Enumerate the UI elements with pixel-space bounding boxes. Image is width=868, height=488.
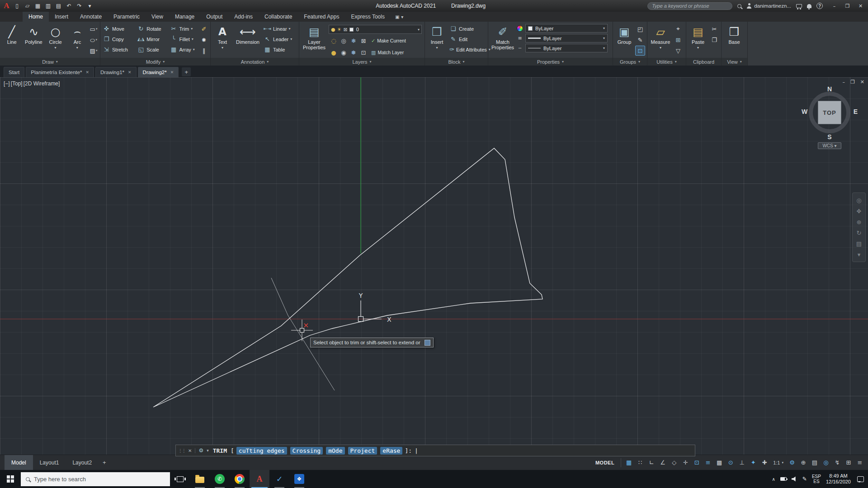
chrome-button[interactable] xyxy=(230,470,250,488)
leader-button[interactable]: ↖Leader▾ xyxy=(263,34,297,44)
battery-icon[interactable] xyxy=(780,477,787,481)
edit-block-button[interactable]: ✎Edit xyxy=(448,34,486,44)
tray-expand-icon[interactable]: ∧ xyxy=(772,477,775,482)
file-tab-drawing2[interactable]: Drawing2*✕ xyxy=(138,67,179,77)
layer-dropdown[interactable]: ● ☀ ⊠ 0 ▾ xyxy=(329,25,422,34)
recent-commands-icon[interactable]: ▾ xyxy=(207,448,213,453)
table-button[interactable]: ▦Table xyxy=(263,45,297,54)
photos-app-button[interactable]: ❖ xyxy=(289,470,309,488)
dimension-button[interactable]: ⟷ Dimension xyxy=(234,23,262,58)
scale-button[interactable]: ◱Scale xyxy=(136,45,168,54)
annotation-scale-button[interactable]: 1:1▾ xyxy=(770,457,786,468)
speaker-icon[interactable] xyxy=(792,476,797,482)
quick-calculator-button[interactable]: ⊞ xyxy=(673,35,683,45)
polyline-button[interactable]: ∿ Polyline xyxy=(23,23,44,58)
status-snap-mode-button[interactable]: ∷ xyxy=(635,457,646,468)
hatch-button[interactable]: ▨▾ xyxy=(89,46,99,56)
linetype-dropdown[interactable]: ByLayer ▾ xyxy=(525,44,608,52)
compass-north[interactable]: N xyxy=(827,85,832,93)
stretch-button[interactable]: ⇲Stretch xyxy=(102,45,135,54)
command-grip[interactable]: ⋮⋮ xyxy=(176,448,187,453)
explode-button[interactable]: ✸ xyxy=(199,35,209,45)
status-selection-cycling-button[interactable]: ⊙ xyxy=(725,457,736,468)
layer-thaw-button[interactable]: ❅ xyxy=(349,47,359,57)
rotate-button[interactable]: ↻Rotate xyxy=(136,24,168,33)
doc-close-button[interactable]: ✕ xyxy=(860,79,864,85)
taskbar-clock[interactable]: 8:49 AM 12/16/2020 xyxy=(826,473,851,485)
save-button[interactable]: ▦ xyxy=(33,1,42,10)
layer-isolate-button[interactable]: ◎ xyxy=(339,36,349,46)
status-dynamic-ucs-button[interactable]: ⊥ xyxy=(736,457,747,468)
panel-label-layers[interactable]: Layers▾ xyxy=(299,58,425,66)
panel-label-modify[interactable]: Modify▾ xyxy=(100,58,210,66)
ellipse-button[interactable]: ○▾ xyxy=(89,35,99,45)
rectangle-button[interactable]: ▭▾ xyxy=(89,24,99,34)
ribbon-tab-featured-apps[interactable]: Featured Apps xyxy=(298,12,345,22)
panel-label-clipboard[interactable]: Clipboard xyxy=(686,58,721,66)
viewport-menu-button[interactable]: [−] xyxy=(4,80,10,87)
ribbon-tab-view[interactable]: View xyxy=(146,12,169,22)
erase-button[interactable]: ✐ xyxy=(199,24,209,34)
arc-flyout-caret[interactable]: ▾ xyxy=(76,46,78,50)
status-clean-screen-button[interactable]: ⊞ xyxy=(843,457,854,468)
panel-label-view[interactable]: View▾ xyxy=(722,58,747,66)
status-annotation-visibility-button[interactable]: ✦ xyxy=(748,457,759,468)
ribbon-tab-collaborate[interactable]: Collaborate xyxy=(259,12,298,22)
todo-app-button[interactable]: ✓ xyxy=(269,470,289,488)
fillet-button[interactable]: ╰Fillet▾ xyxy=(169,34,198,44)
status-isometric-drafting-button[interactable]: ◇ xyxy=(669,457,679,468)
showmotion-icon[interactable]: ▤ xyxy=(856,238,862,249)
ribbon-tab-output[interactable]: Output xyxy=(200,12,228,22)
maximize-button[interactable]: ❐ xyxy=(841,0,854,12)
arc-button[interactable]: ⌢ Arc ▾ xyxy=(67,23,88,58)
panel-label-utilities[interactable]: Utilities▾ xyxy=(647,58,686,66)
pen-input-icon[interactable]: ✎ xyxy=(802,476,807,482)
file-tab-start[interactable]: Start xyxy=(4,67,24,77)
task-view-button[interactable] xyxy=(170,470,190,488)
model-space-indicator[interactable]: MODEL xyxy=(591,460,618,465)
status-workspace-switching-button[interactable]: ⚙ xyxy=(787,457,797,468)
qat-customize-button[interactable]: ▾ xyxy=(85,1,94,10)
layer-unlock-button[interactable]: ⊡ xyxy=(359,47,368,57)
undo-button[interactable]: ↶ xyxy=(64,1,74,10)
status-transparency-button[interactable]: ▩ xyxy=(714,457,725,468)
offset-button[interactable]: ∥ xyxy=(199,46,209,56)
status-isolate-objects-button[interactable]: ◎ xyxy=(821,457,831,468)
navbar-menu-icon[interactable]: ▾ xyxy=(858,249,861,260)
status-annotation-monitor-button[interactable]: ⊕ xyxy=(798,457,809,468)
command-option-cutting-edges[interactable]: cuTting edges xyxy=(236,447,287,455)
layer-freeze-button[interactable]: ❄ xyxy=(349,36,359,46)
create-block-button[interactable]: ❏Create xyxy=(448,24,486,33)
view-cube[interactable]: N S W E TOP WCS ▾ xyxy=(800,85,859,149)
id-point-button[interactable]: ⌖ xyxy=(673,24,683,34)
doc-minimize-button[interactable]: – xyxy=(842,79,845,85)
layer-off-button[interactable]: ◌ xyxy=(329,36,339,46)
panel-label-block[interactable]: Block▾ xyxy=(425,58,488,66)
group-edit-button[interactable]: ✎ xyxy=(635,35,645,45)
status-polar-tracking-button[interactable]: ∠ xyxy=(657,457,668,468)
autocad-taskbar-button[interactable]: A xyxy=(250,470,269,488)
ribbon-tab-manage[interactable]: Manage xyxy=(169,12,200,22)
text-button[interactable]: A Text ▾ xyxy=(212,23,233,58)
command-option-erase[interactable]: eRase xyxy=(380,447,402,455)
layout-tab-layout2[interactable]: Layout2 xyxy=(66,455,99,470)
paste-button[interactable]: ▤ Paste ▾ xyxy=(688,23,708,58)
ribbon-display-toggle[interactable]: ▣▾ xyxy=(391,12,408,22)
wcs-dropdown[interactable]: WCS ▾ xyxy=(818,142,841,149)
compass-south[interactable]: S xyxy=(827,133,831,141)
command-customize-icon[interactable]: ⚙ xyxy=(195,447,207,454)
status-osnap-tracking-button[interactable]: ✛ xyxy=(680,457,691,468)
line-button[interactable]: ╱ Line xyxy=(1,23,22,58)
status-object-snap-button[interactable]: ⊡ xyxy=(691,457,702,468)
ribbon-tab-home[interactable]: Home xyxy=(23,12,49,22)
new-drawing-button[interactable]: ▯ xyxy=(12,1,22,10)
command-line[interactable]: ⋮⋮ ✕ ⚙ ▾ TRIM [ cuTting edgesCrossingmOd… xyxy=(175,445,695,456)
status-graphics-performance-button[interactable]: ↯ xyxy=(832,457,843,468)
status-ortho-mode-button[interactable]: ∟ xyxy=(646,457,657,468)
taskbar-search-input[interactable]: Type here to search xyxy=(21,472,170,486)
measure-button[interactable]: ▱ Measure ▾ xyxy=(649,23,672,58)
quick-select-button[interactable]: ▽ xyxy=(673,46,683,56)
object-color-dropdown[interactable]: ByLayer ▾ xyxy=(525,24,608,33)
compass-west[interactable]: W xyxy=(802,108,807,115)
layer-unisolate-button[interactable]: ◉ xyxy=(339,47,349,57)
